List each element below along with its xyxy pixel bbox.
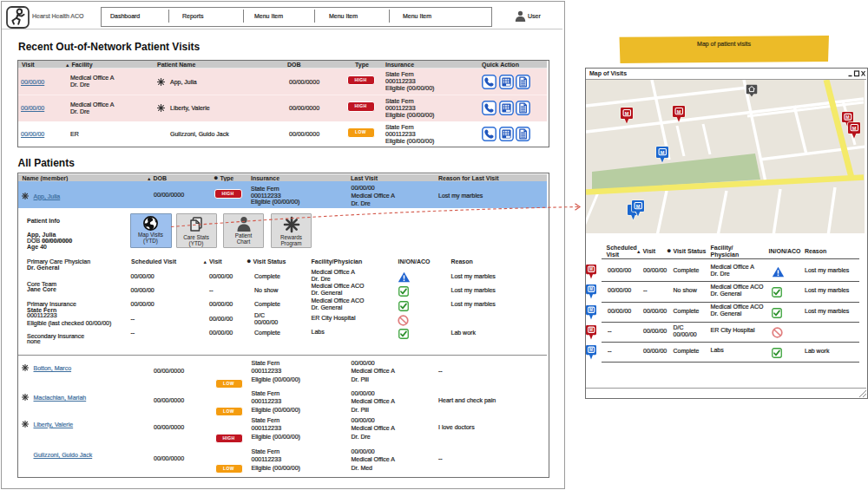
svg-text:M: M bbox=[677, 108, 681, 114]
svg-text:M: M bbox=[589, 268, 593, 272]
svg-text:M: M bbox=[635, 204, 640, 209]
svg-text:M: M bbox=[660, 149, 664, 154]
svg-text:M: M bbox=[589, 328, 593, 332]
svg-text:M: M bbox=[845, 114, 849, 120]
svg-text:M: M bbox=[589, 348, 593, 352]
svg-text:M: M bbox=[852, 125, 857, 130]
svg-text:M: M bbox=[589, 288, 593, 292]
svg-text:M: M bbox=[589, 308, 593, 312]
svg-text:M: M bbox=[625, 111, 629, 116]
